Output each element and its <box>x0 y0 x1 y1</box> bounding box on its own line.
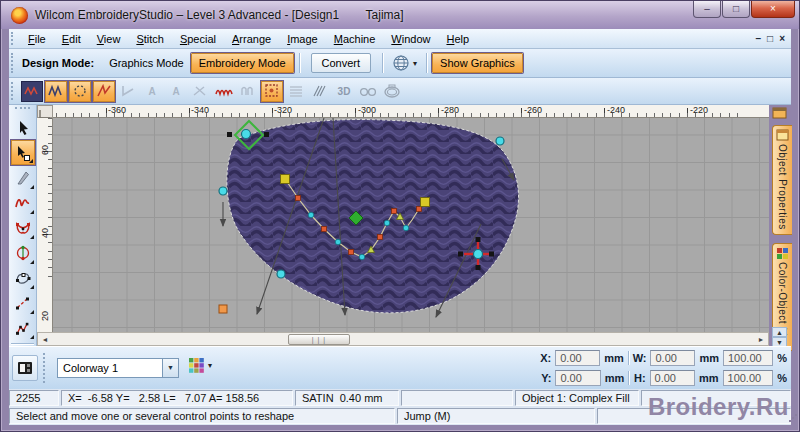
h-input[interactable]: 0.00 <box>650 370 695 386</box>
scroll-right-icon[interactable]: ► <box>754 336 768 343</box>
x-unit: mm <box>604 352 624 364</box>
modebar-grip[interactable] <box>11 53 16 73</box>
complex-fill-tool[interactable] <box>11 265 35 290</box>
v-ruler-label: 60 <box>40 143 50 157</box>
hoop-globe-button[interactable]: ▾ <box>388 52 421 74</box>
embroidery-mode-button[interactable]: Embroidery Mode <box>191 53 294 73</box>
colorway-select[interactable]: Colorway 1 ▼ <box>57 358 179 378</box>
stitch-lines-icon <box>285 81 307 102</box>
convert-button[interactable]: Convert <box>311 53 372 73</box>
panel-top-icon[interactable] <box>772 106 788 124</box>
y-unit: mm <box>605 372 625 384</box>
horizontal-ruler: -360 -340 -320 -300 -280 -260 -240 -220 <box>53 105 769 118</box>
complex-fill-object[interactable] <box>227 120 519 313</box>
close-button[interactable]: × <box>751 1 795 18</box>
minimize-button[interactable]: – <box>693 1 721 18</box>
menu-window[interactable]: Window <box>383 31 438 47</box>
design-canvas[interactable] <box>53 118 769 332</box>
menu-grip[interactable] <box>11 32 16 45</box>
glasses-icon <box>357 81 379 102</box>
tab-scroll-up-icon[interactable]: ▲ <box>772 327 787 337</box>
w-label: W: <box>633 352 647 364</box>
menu-file[interactable]: File <box>20 31 54 47</box>
h-ruler-label: -320 <box>274 105 292 115</box>
palette-button[interactable]: ▾ <box>189 358 212 373</box>
hoop-icon <box>381 81 403 102</box>
stitch-type: SATIN 0.40 mm <box>295 390 399 406</box>
freehand-draw-tool[interactable] <box>11 190 35 215</box>
scrollbar-thumb[interactable]: | | | <box>288 334 350 345</box>
scale-y-input[interactable]: 100.00 <box>723 370 774 386</box>
transform-panel: X: 0.00 mm W: 0.00 mm 100.00 % Y: 0.00 m… <box>539 349 787 387</box>
stitch-count: 2255 <box>9 390 59 406</box>
panel-tab-strip: Object Properties Color-Object List ▲ ▼ <box>769 105 793 346</box>
resize-grip[interactable] <box>788 413 797 422</box>
film-icon <box>16 360 34 376</box>
tool-box <box>9 105 37 346</box>
v-ruler-label: 40 <box>40 226 50 240</box>
circle-tool[interactable] <box>11 240 35 265</box>
lettering-outline-icon: A <box>141 81 163 102</box>
closed-shape-tool[interactable] <box>11 215 35 240</box>
digitize-run-tool[interactable] <box>11 315 35 340</box>
x-input[interactable]: 0.00 <box>555 350 600 366</box>
embroidery-design[interactable] <box>53 118 769 332</box>
vertical-ruler: 60 40 20 <box>37 118 53 332</box>
window-title: Wilcom EmbroideryStudio – Level 3 Advanc… <box>35 8 404 22</box>
tab-object-properties[interactable]: Object Properties <box>772 125 792 235</box>
menu-image[interactable]: Image <box>279 31 326 47</box>
scale-x-input[interactable]: 100.00 <box>723 350 773 366</box>
h-ruler-label: -300 <box>358 105 376 115</box>
colorbar-grip[interactable] <box>43 353 45 383</box>
stitch-toolbar: A A 3D <box>9 78 791 105</box>
toolbox-grip[interactable] <box>15 107 30 113</box>
hatch-fill-icon[interactable] <box>309 81 331 102</box>
menu-machine[interactable]: Machine <box>326 31 384 47</box>
design-thumbnail-button[interactable] <box>12 355 38 381</box>
design-mode-toolbar: Design Mode: Graphics Mode Embroidery Mo… <box>9 49 791 78</box>
scale-x-percent: % <box>777 352 787 364</box>
palette-dropdown-arrow[interactable]: ▾ <box>208 361 212 370</box>
selected-object-info: Object 1: Complex Fill <box>515 390 639 406</box>
maximize-button[interactable]: □ <box>722 1 750 18</box>
menu-view[interactable]: View <box>89 31 129 47</box>
mdi-close-button[interactable]: × <box>779 33 785 44</box>
stitch-list-icon[interactable] <box>21 81 43 102</box>
colorway-toolbar: Colorway 1 ▼ ▾ X: 0.00 mm W: 0.00 mm 100… <box>9 346 791 389</box>
reshape-tool[interactable] <box>11 140 35 165</box>
zigzag-stitch-icon[interactable] <box>45 81 67 102</box>
colorway-dropdown-icon[interactable]: ▼ <box>162 359 178 377</box>
menu-arrange[interactable]: Arrange <box>224 31 279 47</box>
h-label: H: <box>633 372 645 384</box>
show-graphics-button[interactable]: Show Graphics <box>432 53 523 73</box>
horizontal-scrollbar[interactable]: ◄ | | | ► <box>37 332 769 346</box>
status-empty-cell <box>401 390 513 406</box>
knife-tool[interactable] <box>11 165 35 190</box>
ruler-corner <box>37 105 53 118</box>
menu-edit[interactable]: Edit <box>54 31 89 47</box>
mdi-restore-button[interactable]: □ <box>767 33 773 44</box>
fill-pattern-icon[interactable] <box>261 81 283 102</box>
y-input[interactable]: 0.00 <box>555 370 600 386</box>
globe-dropdown-arrow[interactable]: ▾ <box>413 59 417 68</box>
motif-circle-icon[interactable] <box>69 81 91 102</box>
digitize-line-tool[interactable] <box>11 290 35 315</box>
object-properties-label: Object Properties <box>777 144 788 230</box>
x-label: X: <box>539 352 551 364</box>
scroll-left-icon[interactable]: ◄ <box>38 336 52 343</box>
menu-help[interactable]: Help <box>438 31 477 47</box>
menu-stitch[interactable]: Stitch <box>128 31 172 47</box>
menu-special[interactable]: Special <box>172 31 224 47</box>
graphics-mode-button[interactable]: Graphics Mode <box>102 53 191 73</box>
angle-stitch-icon[interactable] <box>93 81 115 102</box>
iconbar-grip[interactable] <box>11 82 16 100</box>
view-3d-icon[interactable]: 3D <box>333 81 355 102</box>
select-tool[interactable] <box>11 115 35 140</box>
watermark: Broidery.Ru <box>648 393 789 421</box>
wave-stitch-icon[interactable] <box>213 81 235 102</box>
w-unit: mm <box>699 352 719 364</box>
jump-indicator: Jump (M) <box>397 408 595 424</box>
w-input[interactable]: 0.00 <box>650 350 695 366</box>
mdi-minimize-button[interactable]: – <box>756 33 762 44</box>
design-mode-label: Design Mode: <box>22 57 94 69</box>
